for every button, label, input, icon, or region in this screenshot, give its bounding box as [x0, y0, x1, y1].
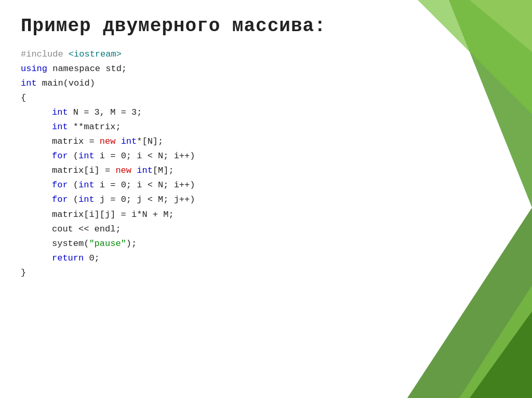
code-block: #include <iostream> using namespace std;…: [21, 47, 511, 280]
code-line-5: int N = 3, M = 3;: [21, 105, 511, 120]
code-line-14: system("pause");: [21, 237, 511, 251]
code-line-6: int **matrix;: [21, 120, 511, 134]
code-line-13: cout << endl;: [21, 222, 511, 237]
code-line-2: using namespace std;: [21, 62, 511, 76]
code-line-8: for (int i = 0; i < N; i++): [21, 149, 511, 163]
code-line-12: matrix[i][j] = i*N + M;: [21, 208, 511, 222]
code-line-1: #include <iostream>: [21, 47, 511, 62]
svg-marker-3: [459, 285, 532, 398]
code-line-10: for (int i = 0; i < N; i++): [21, 178, 511, 193]
code-line-3: int main(void): [21, 76, 511, 91]
slide-title: Пример двумерного массива:: [21, 16, 511, 37]
slide-content: Пример двумерного массива: #include <ios…: [0, 0, 532, 296]
code-line-11: for (int j = 0; j < M; j++): [21, 193, 511, 207]
code-line-4: {: [21, 91, 511, 105]
code-line-15: return 0;: [21, 251, 511, 266]
code-line-16: }: [21, 266, 511, 280]
code-line-9: matrix[i] = new int[M];: [21, 163, 511, 178]
svg-marker-4: [470, 311, 532, 398]
code-line-7: matrix = new int*[N];: [21, 134, 511, 149]
